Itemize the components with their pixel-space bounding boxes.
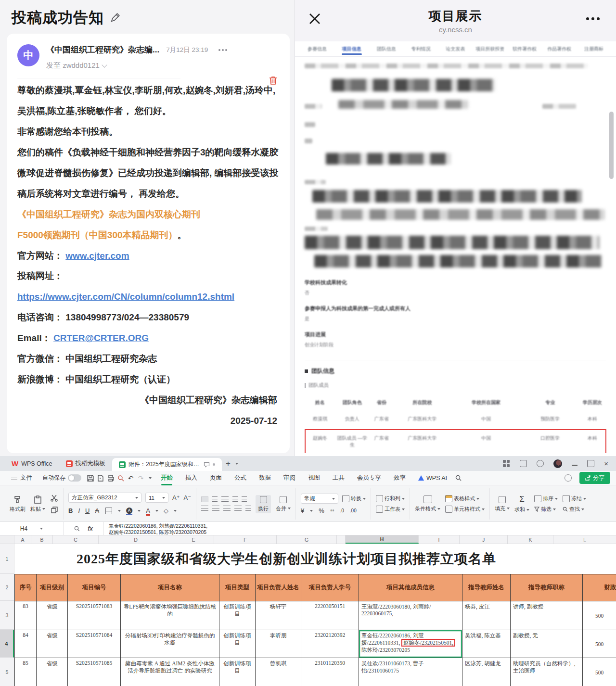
column-header-d[interactable]: D xyxy=(99,535,173,544)
row-header-2[interactable]: 2 xyxy=(0,574,14,601)
column-header-f[interactable]: F xyxy=(214,535,277,544)
tab-team-info[interactable]: 团队信息 xyxy=(369,46,404,56)
formula-content[interactable]: 覃金钰/22202060186, 刘慧媛/22206110331, 赵婉冬/23… xyxy=(104,522,616,535)
underline-button[interactable]: U xyxy=(85,507,90,514)
row-header-1[interactable]: 1 xyxy=(0,544,14,574)
row-header-3[interactable]: 3 xyxy=(0,601,14,630)
cell-style-button[interactable]: 单元格样式 xyxy=(445,506,485,513)
menu-data[interactable]: 数据 xyxy=(254,471,276,485)
menu-formula[interactable]: 公式 xyxy=(229,471,252,485)
mail-more-icon[interactable] xyxy=(218,49,227,51)
freeze-button[interactable]: 冻结 xyxy=(563,495,586,502)
column-header-narrow[interactable] xyxy=(337,535,346,544)
row-header-5[interactable]: 5 xyxy=(0,658,14,686)
search-icon[interactable] xyxy=(454,474,462,482)
undo-redo-caret-icon[interactable] xyxy=(149,477,152,479)
worksheet-button[interactable]: 工作表 xyxy=(376,506,405,513)
cut-scissors-icon[interactable] xyxy=(50,494,58,502)
column-header-b[interactable]: B xyxy=(31,535,53,544)
save-icon[interactable] xyxy=(86,474,94,482)
align-top-icon[interactable] xyxy=(201,496,208,502)
italic-button[interactable]: I xyxy=(78,507,80,514)
autosave-toggle[interactable] xyxy=(68,474,81,482)
font-name-select[interactable]: 方正仿宋_GB2312 xyxy=(68,493,141,503)
export-pdf-icon[interactable] xyxy=(96,474,104,482)
template-tab[interactable]: 找稻壳模板 xyxy=(59,456,113,471)
justify-icon[interactable] xyxy=(234,506,242,511)
email-link[interactable]: CRTER@CRTER.ORG xyxy=(53,333,149,343)
percent-format-icon[interactable]: % xyxy=(319,507,324,514)
align-right-icon[interactable] xyxy=(223,506,231,511)
distribute-icon[interactable] xyxy=(245,506,251,511)
column-header-a[interactable]: A xyxy=(14,535,31,544)
minimize-button[interactable] xyxy=(572,465,578,466)
submit-site-link[interactable]: https://www.cjter.com/CN/column/column12… xyxy=(17,292,234,302)
fx-icon[interactable]: fx xyxy=(88,525,93,532)
rows-cols-button[interactable]: 行和列 xyxy=(376,495,405,502)
tab-investment[interactable]: 项目所获投资 xyxy=(473,46,507,56)
column-header-k[interactable]: K xyxy=(508,535,553,544)
help-icon[interactable] xyxy=(565,474,572,482)
align-left-icon[interactable] xyxy=(201,506,208,511)
tab-trademark[interactable]: 注册商标 xyxy=(577,46,611,56)
close-window-button[interactable]: × xyxy=(604,460,608,467)
edit-pencil-icon[interactable] xyxy=(110,13,120,23)
menu-page[interactable]: 页面 xyxy=(205,471,227,485)
user-avatar[interactable] xyxy=(553,459,562,468)
maximize-button[interactable] xyxy=(587,460,594,467)
mail-recipient[interactable]: 发至 zwddd0121 xyxy=(46,61,280,70)
menu-member[interactable]: 会员专享 xyxy=(352,471,386,485)
formula-search-icon[interactable] xyxy=(74,526,80,532)
menu-view[interactable]: 视图 xyxy=(303,471,325,485)
format-painter-button[interactable]: 格式刷 xyxy=(10,495,26,513)
column-header-e[interactable]: E xyxy=(173,535,214,544)
merge-cells-button[interactable]: 合并 xyxy=(276,496,291,512)
new-tab-button[interactable]: + xyxy=(222,459,234,469)
font-color-button[interactable]: A xyxy=(146,507,150,514)
borders-button[interactable] xyxy=(104,507,113,515)
tab-list-caret-icon[interactable] xyxy=(235,463,238,465)
menu-tools[interactable]: 工具 xyxy=(327,471,350,485)
print-icon[interactable] xyxy=(106,474,115,482)
name-box[interactable]: H4 xyxy=(0,522,64,535)
align-center-icon[interactable] xyxy=(212,506,219,511)
convert-button[interactable]: 转换 xyxy=(342,495,366,502)
number-format-select[interactable]: 常规 xyxy=(301,494,338,504)
wps-app-button[interactable]: W WPS Office xyxy=(5,456,59,471)
tab-software-copyright[interactable]: 软件著作权 xyxy=(507,46,542,56)
align-middle-icon[interactable] xyxy=(212,496,218,502)
menu-review[interactable]: 审阅 xyxy=(278,471,301,485)
comma-format-icon[interactable]: ⁹⁹ xyxy=(330,508,334,513)
delete-mail-icon[interactable] xyxy=(269,76,277,85)
menu-insert[interactable]: 插入 xyxy=(180,471,203,485)
document-tab-active[interactable]: 附件：2025年度国家级和省... xyxy=(112,458,222,471)
clear-format-button[interactable]: ◇ xyxy=(164,507,168,514)
sum-button[interactable]: Σ 求和 xyxy=(514,495,529,513)
more-menu-icon[interactable] xyxy=(586,17,600,20)
tab-papers[interactable]: 论文发表 xyxy=(438,46,473,56)
column-header-g[interactable]: G xyxy=(277,535,337,544)
increase-font-icon[interactable]: A⁺ xyxy=(172,494,180,501)
selected-cell-h4[interactable]: 覃金钰/22202060186, 刘慧媛/22206110331, 赵婉冬/23… xyxy=(359,630,462,658)
tab-canhsai-info[interactable]: 参赛信息 xyxy=(300,46,334,56)
column-header-i[interactable]: I xyxy=(419,535,460,544)
find-button[interactable]: 查找 xyxy=(563,506,586,513)
menu-file[interactable]: 文件 xyxy=(6,471,38,485)
menu-home[interactable]: 开始 xyxy=(155,471,178,485)
fill-button[interactable]: 填充 xyxy=(495,496,510,512)
decrease-indent-icon[interactable] xyxy=(232,496,238,502)
column-header-j[interactable]: J xyxy=(460,535,508,544)
decrease-decimal-icon[interactable]: .00 xyxy=(350,508,357,513)
select-all-corner[interactable] xyxy=(0,535,14,544)
bold-button[interactable]: B xyxy=(68,507,73,514)
tab-work-copyright[interactable]: 作品著作权 xyxy=(542,46,577,56)
strikethrough-button[interactable]: A xyxy=(95,507,99,514)
share-button[interactable]: 分享 xyxy=(579,472,610,484)
fill-color-button[interactable]: 🅐 xyxy=(126,506,132,515)
column-header-l[interactable]: L xyxy=(553,535,616,544)
wps-ai-button[interactable]: WPS AI xyxy=(413,471,452,485)
print-preview-icon[interactable] xyxy=(116,474,125,482)
increase-decimal-icon[interactable]: .0 xyxy=(340,508,344,513)
copy-icon[interactable] xyxy=(50,506,58,514)
currency-format-icon[interactable]: ¥ xyxy=(301,507,304,514)
